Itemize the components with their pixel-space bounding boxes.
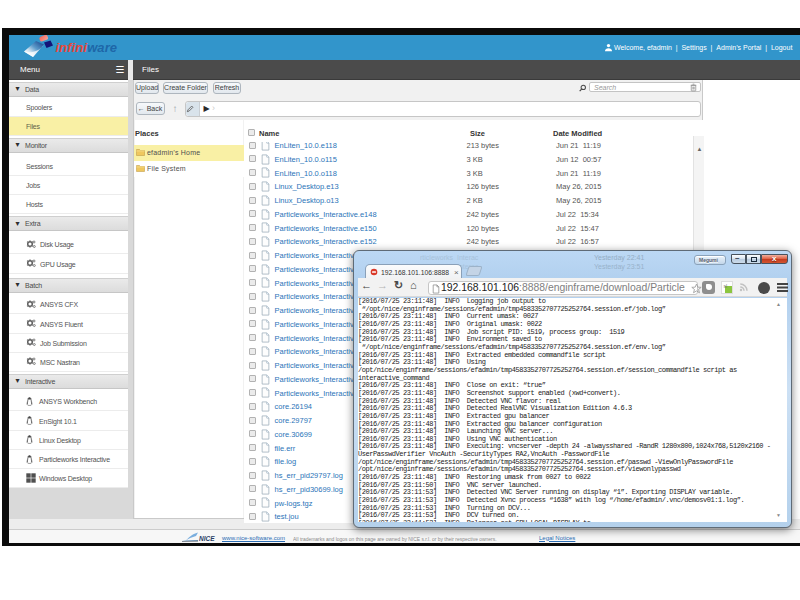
svg-text:NICE: NICE (199, 535, 215, 542)
